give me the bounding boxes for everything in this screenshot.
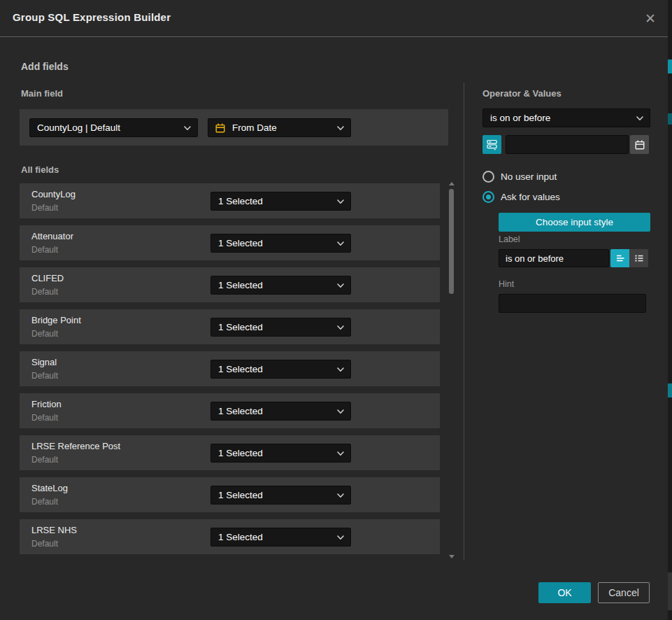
field-selected-dropdown[interactable]: 1 Selected [210,360,351,379]
chevron-down-icon [636,116,643,121]
group-sql-expression-builder-dialog: Group SQL Expression Builder ✕ Add field… [0,0,672,620]
field-selected-dropdown-label: 1 Selected [218,532,263,542]
field-subtitle: Default [31,413,58,423]
bullet-list-icon [634,253,645,264]
field-name: CLIFED [31,273,64,283]
field-row: LRSE NHS Default 1 Selected [20,519,440,554]
field-subtitle: Default [31,371,58,381]
chevron-down-icon [337,325,344,330]
hint-input[interactable] [499,294,646,313]
choose-input-style-button[interactable]: Choose input style [499,213,650,232]
main-field-heading: Main field [21,88,63,99]
chevron-down-icon [337,451,344,456]
field-row: Friction Default 1 Selected [20,393,440,428]
label-field-label: Label [499,234,520,244]
chevron-down-icon [337,126,344,131]
chevron-down-icon [184,126,191,131]
background-accent [668,383,672,397]
field-selected-dropdown[interactable]: 1 Selected [210,234,351,253]
field-subtitle: Default [31,455,58,465]
dialog-title: Group SQL Expression Builder [13,11,171,23]
date-picker-button[interactable] [630,135,649,154]
field-name: CountyLog [31,189,76,199]
radio-no-user-input[interactable]: No user input [482,171,557,183]
label-input[interactable] [499,249,609,267]
scrollbar-thumb[interactable] [449,189,454,294]
field-selected-dropdown[interactable]: 1 Selected [210,276,351,295]
field-subtitle: Default [31,539,58,549]
scroll-up-icon[interactable] [449,182,455,185]
radio-ask-for-values-label: Ask for values [501,192,560,202]
field-selected-dropdown-label: 1 Selected [218,406,263,416]
scroll-down-icon[interactable] [449,555,455,558]
text-input-style-button[interactable] [610,249,629,267]
field-subtitle: Default [31,203,58,213]
list-input-style-button[interactable] [629,249,648,267]
input-type-icon [486,139,498,150]
field-subtitle: Default [31,329,58,339]
field-row: CountyLog Default 1 Selected [20,183,440,218]
field-row: Bridge Point Default 1 Selected [20,309,440,344]
field-name: LRSE NHS [31,525,77,535]
close-icon[interactable]: ✕ [641,10,659,28]
radio-circle-selected-icon[interactable] [482,191,494,203]
radio-circle-icon[interactable] [482,171,494,183]
background-app-strip [668,0,672,620]
field-row: CLIFED Default 1 Selected [20,267,440,302]
chevron-down-icon [337,199,344,204]
field-selected-dropdown-label: 1 Selected [218,322,263,332]
all-fields-heading: All fields [21,164,59,175]
field-subtitle: Default [31,287,58,297]
panel-divider [464,83,464,560]
field-selected-dropdown-label: 1 Selected [218,490,263,500]
dialog-header: Group SQL Expression Builder ✕ [0,0,668,37]
field-name: Attenuator [31,231,73,241]
field-subtitle: Default [31,497,58,507]
calendar-icon [215,122,226,134]
chevron-down-icon [337,493,344,498]
field-selected-dropdown[interactable]: 1 Selected [210,402,351,421]
field-subtitle: Default [31,245,58,255]
radio-no-user-input-label: No user input [501,171,557,182]
field-name: LRSE Reference Post [31,441,120,451]
background-accent [668,59,672,73]
field-selected-dropdown[interactable]: 1 Selected [210,528,351,547]
field-selected-dropdown-label: 1 Selected [218,238,263,248]
hint-field-label: Hint [499,279,514,289]
chevron-down-icon [337,535,344,540]
ok-button[interactable]: OK [538,582,591,603]
field-selected-dropdown[interactable]: 1 Selected [210,486,351,505]
date-value-input[interactable] [506,135,629,154]
main-field-date-select[interactable]: From Date [208,118,351,137]
background-accent [668,113,672,125]
list-scrollbar[interactable] [448,181,455,560]
main-field-source-value: CountyLog | Default [37,122,120,133]
main-field-date-value: From Date [232,122,277,133]
radio-ask-for-values[interactable]: Ask for values [482,191,560,203]
chevron-down-icon [337,367,344,372]
field-row: Attenuator Default 1 Selected [20,225,440,260]
operator-select-value: is on or before [490,113,550,123]
field-row: Signal Default 1 Selected [20,351,440,386]
operator-values-heading: Operator & Values [482,88,562,99]
field-selected-dropdown[interactable]: 1 Selected [210,192,351,211]
value-input-type-button[interactable] [482,135,501,154]
field-selected-dropdown-label: 1 Selected [218,280,263,290]
field-row: LRSE Reference Post Default 1 Selected [20,435,440,470]
main-field-source-select[interactable]: CountyLog | Default [29,118,198,137]
field-name: Bridge Point [31,315,81,325]
align-left-icon [615,253,626,264]
all-fields-list: CountyLog Default 1 Selected Attenuator … [20,183,440,561]
field-selected-dropdown[interactable]: 1 Selected [210,318,351,337]
operator-select[interactable]: is on or before [482,108,650,127]
field-name: Friction [31,399,62,409]
field-name: Signal [31,357,57,367]
field-selected-dropdown-label: 1 Selected [218,448,263,458]
cancel-button[interactable]: Cancel [598,582,650,603]
background-accent [668,572,672,610]
main-field-panel: CountyLog | Default From Date [20,109,448,146]
chevron-down-icon [337,409,344,414]
field-selected-dropdown[interactable]: 1 Selected [210,444,351,463]
calendar-icon [634,139,645,150]
field-selected-dropdown-label: 1 Selected [218,364,263,374]
